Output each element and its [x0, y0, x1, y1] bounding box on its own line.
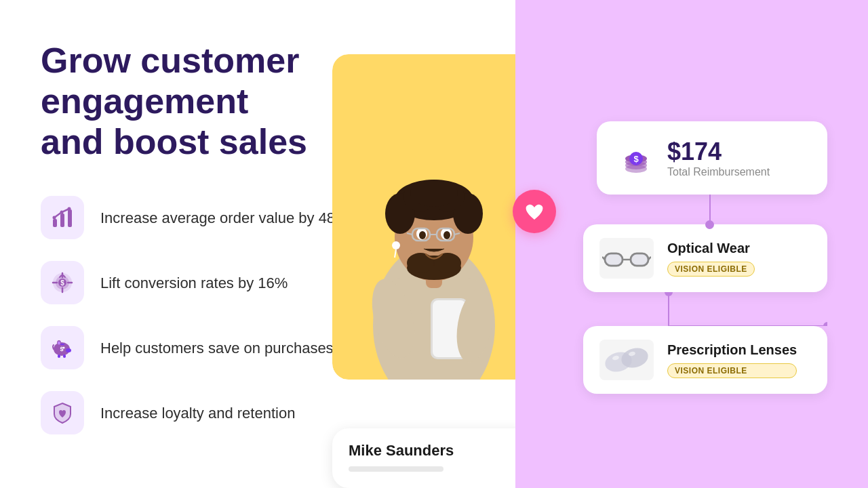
connector-line-1: [709, 195, 711, 224]
reimbursement-info: $174 Total Reimbursement: [667, 138, 770, 178]
right-content: $ $174 Total Reimbursement: [556, 94, 827, 394]
prescription-lenses-badge: VISION ELIGIBLE: [667, 363, 797, 378]
svg-point-3: [53, 216, 56, 220]
svg-rect-1: [60, 214, 64, 227]
svg-point-4: [60, 211, 64, 214]
svg-text:$: $: [60, 346, 63, 352]
svg-rect-16: [58, 354, 60, 358]
svg-point-37: [443, 231, 450, 239]
prescription-lenses-thumbnail: [599, 340, 654, 380]
svg-point-12: [66, 348, 71, 352]
person-info-card: Mike Saunders: [332, 428, 536, 488]
svg-text:$: $: [60, 279, 64, 287]
reimbursement-label: Total Reimbursement: [667, 166, 770, 178]
glasses-icon: [602, 241, 651, 275]
svg-rect-18: [60, 344, 64, 345]
lenses-icon: [602, 343, 651, 377]
svg-point-36: [419, 231, 426, 239]
conversion-icon: $: [50, 270, 75, 295]
person-illustration: [332, 54, 536, 380]
svg-point-65: [823, 322, 827, 326]
prescription-lenses-name: Prescription Lenses: [667, 342, 797, 358]
reimbursement-amount: $174: [667, 138, 770, 166]
optical-wear-badge: VISION ELIGIBLE: [667, 262, 755, 277]
svg-point-33: [434, 253, 461, 273]
optical-wear-info: Optical Wear VISION ELIGIBLE: [667, 241, 755, 277]
heart-icon: [524, 202, 545, 221]
loyalty-icon: [50, 401, 75, 425]
left-panel: Grow customer engagement and boost sales…: [0, 0, 515, 488]
optical-wear-thumbnail: [599, 238, 654, 279]
optical-wear-name: Optical Wear: [667, 241, 755, 256]
stacked-coins-icon: $: [618, 140, 654, 176]
person-bar: [349, 466, 443, 472]
right-panel: $ $174 Total Reimbursement: [515, 0, 868, 488]
optical-wear-card: Optical Wear VISION ELIGIBLE: [583, 224, 827, 292]
svg-point-32: [407, 253, 434, 273]
feature-icon-box-4: [41, 391, 84, 434]
feature-icon-box-1: [41, 196, 84, 239]
coins-icon: $: [618, 140, 654, 176]
feature-text-2: Lift conversion rates by 16%: [100, 273, 288, 293]
svg-point-14: [58, 342, 60, 345]
l-bracket-svg: [583, 292, 827, 326]
svg-rect-17: [63, 354, 66, 358]
feature-icon-box-3: $: [41, 326, 84, 369]
svg-text:$: $: [633, 154, 639, 164]
feature-icon-box-2: $: [41, 261, 84, 304]
l-connector: [583, 292, 827, 326]
svg-rect-61: [631, 254, 648, 265]
person-name: Mike Saunders: [349, 442, 519, 460]
prescription-lenses-info: Prescription Lenses VISION ELIGIBLE: [667, 342, 797, 378]
reimbursement-card: $ $174 Total Reimbursement: [597, 121, 827, 195]
bar-chart-icon: [50, 205, 75, 230]
feature-text-4: Increase loyalty and retention: [100, 403, 295, 424]
svg-rect-60: [606, 254, 622, 265]
connector-dot-1: [705, 220, 714, 229]
svg-point-64: [665, 292, 673, 296]
svg-point-47: [392, 241, 400, 249]
piggy-bank-icon: $: [50, 336, 75, 360]
svg-point-30: [410, 180, 458, 207]
person-card: [332, 54, 536, 380]
feature-text-1: Increase average order value by 48%: [100, 208, 349, 228]
prescription-lenses-card: Prescription Lenses VISION ELIGIBLE: [583, 326, 827, 394]
heart-badge: [513, 190, 556, 233]
svg-rect-0: [53, 219, 57, 227]
svg-rect-2: [68, 209, 72, 227]
